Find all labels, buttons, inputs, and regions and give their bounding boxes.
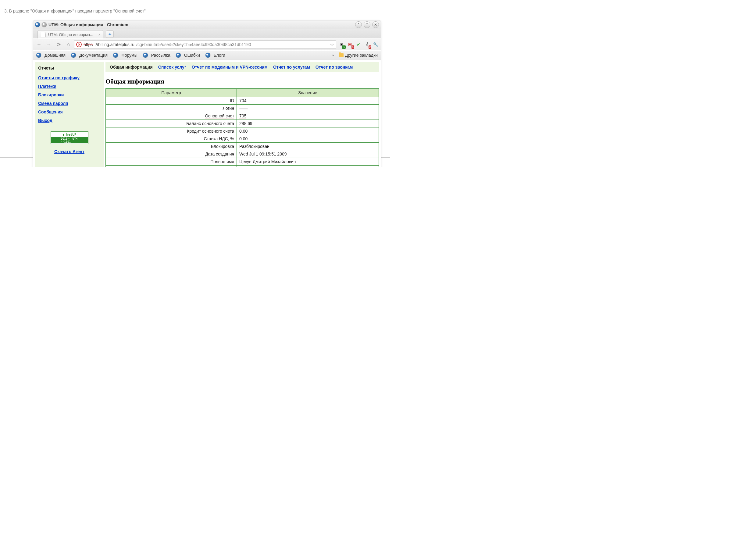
window-titlebar: UTM: Общая информация - Chromium ˅ ˄ ✕ bbox=[33, 20, 381, 29]
subnav-services[interactable]: Список услуг bbox=[158, 65, 186, 69]
section-title: Общая информация bbox=[105, 72, 379, 88]
weather-badge: -6 bbox=[342, 45, 346, 49]
window-minimize-button[interactable]: ˅ bbox=[355, 21, 362, 28]
netup-logo-top: ▮ NetUP bbox=[62, 133, 76, 137]
weather-ext-icon[interactable]: ☀-6 bbox=[338, 41, 345, 48]
bookmarks-bar: Домашняя Документация Форумы Рассылка Ош… bbox=[33, 50, 381, 60]
cell-param: Основной счет bbox=[106, 112, 237, 120]
table-row: ID704 bbox=[106, 97, 379, 105]
highlighted-value: 705 bbox=[239, 113, 246, 119]
cell-param: Баланс основного счета bbox=[106, 120, 237, 127]
cell-param: ID bbox=[106, 97, 237, 105]
sidebar-item-messages[interactable]: Сообщения bbox=[38, 108, 101, 116]
globe-icon bbox=[113, 53, 118, 58]
table-row: Баланс основного счета288.69 bbox=[106, 120, 379, 127]
cell-value: 288.69 bbox=[237, 120, 379, 127]
cell-param: Кредит основного счета bbox=[106, 127, 237, 135]
bookmark-home[interactable]: Домашняя bbox=[36, 53, 66, 58]
bookmark-mailing[interactable]: Рассылка bbox=[143, 53, 170, 58]
back-button[interactable]: ← bbox=[35, 41, 43, 48]
table-row: Логин—— bbox=[106, 105, 379, 112]
bookmark-label: Блоги bbox=[214, 53, 225, 58]
window-close-button[interactable]: ✕ bbox=[372, 21, 379, 28]
folder-icon bbox=[339, 53, 343, 57]
cell-value: Разблокирован bbox=[237, 143, 379, 150]
netup-logo: ▮ NetUP 0010·· UTM ··1101 bbox=[51, 131, 88, 144]
tab-strip: UTM: Общая информа... × ✦ bbox=[33, 29, 381, 38]
sidebar-item-exit[interactable]: Выход bbox=[38, 116, 101, 125]
music-badge: 2 bbox=[368, 45, 371, 49]
other-bookmarks-label: Другие закладки bbox=[345, 53, 378, 58]
address-bar[interactable]: ✕ https://billing.alfatelplus.ru/cgi-bin… bbox=[74, 40, 336, 49]
sidebar-item-payments[interactable]: Платежи bbox=[38, 82, 101, 91]
window-maximize-button[interactable]: ˄ bbox=[364, 21, 370, 28]
bookmarks-overflow-icon[interactable]: » bbox=[332, 53, 333, 57]
cell-param: Статус Интернета bbox=[106, 165, 237, 167]
blurred-login: —— bbox=[239, 106, 248, 111]
cell-value: 705 bbox=[237, 112, 379, 120]
bookmark-docs[interactable]: Документация bbox=[71, 53, 108, 58]
bookmark-label: Форумы bbox=[121, 53, 137, 58]
globe-gray-icon bbox=[42, 22, 47, 27]
home-button[interactable]: ⌂ bbox=[64, 41, 72, 48]
cell-param: Полное имя bbox=[106, 158, 237, 165]
reload-button[interactable]: ⟳ bbox=[55, 41, 62, 48]
globe-icon bbox=[36, 53, 41, 58]
cell-value: Wed Jul 1 09:15:51 2009 bbox=[237, 150, 379, 158]
tab-close-icon[interactable]: × bbox=[98, 32, 101, 37]
netup-logo-bottom: 0010·· UTM ··1101 bbox=[51, 137, 88, 143]
url-path: /cgi-bin/utm5/user5?skey=b54aee4c990da30… bbox=[136, 42, 251, 47]
bookmark-label: Рассылка bbox=[151, 53, 170, 58]
browser-tab[interactable]: UTM: Общая информа... × bbox=[37, 30, 103, 38]
new-tab-button[interactable]: ✦ bbox=[106, 30, 114, 38]
globe-icon bbox=[176, 53, 181, 58]
cell-value: 0.00 bbox=[237, 135, 379, 143]
download-agent-link[interactable]: Скачать Агент bbox=[38, 147, 101, 156]
cell-value: 0.00 bbox=[237, 127, 379, 135]
bookmark-label: Домашняя bbox=[44, 53, 66, 58]
subnav-vpn-report[interactable]: Отчет по модемным и VPN-сессиям bbox=[192, 65, 268, 69]
chromium-icon bbox=[35, 22, 40, 27]
certificate-warning-icon: ✕ bbox=[76, 42, 82, 47]
table-row: БлокировкаРазблокирован bbox=[106, 143, 379, 150]
subnav-active: Общая информация bbox=[110, 65, 153, 69]
sidebar-item-blocks[interactable]: Блокировки bbox=[38, 91, 101, 99]
bookmark-label: Ошибки bbox=[184, 53, 200, 58]
bookmark-label: Документация bbox=[79, 53, 108, 58]
cell-param: Логин bbox=[106, 105, 237, 112]
wrench-menu-icon[interactable]: 🔧 bbox=[372, 41, 379, 48]
th-value: Значение bbox=[237, 89, 379, 97]
general-info-table: Параметр Значение ID704Логин——Основной с… bbox=[105, 88, 379, 167]
table-row: Статус ИнтернетаВключен Выключить bbox=[106, 165, 379, 167]
window-title: UTM: Общая информация - Chromium bbox=[48, 22, 128, 27]
bookmark-star-icon[interactable]: ☆ bbox=[330, 42, 334, 48]
sidebar-item-password[interactable]: Смена пароля bbox=[38, 99, 101, 108]
cell-value: —— bbox=[237, 105, 379, 112]
bookmark-errors[interactable]: Ошибки bbox=[176, 53, 200, 58]
other-bookmarks[interactable]: Другие закладки bbox=[339, 53, 378, 58]
bookmark-forums[interactable]: Форумы bbox=[113, 53, 137, 58]
sidebar-item-traffic[interactable]: Отчеты по трафику bbox=[38, 73, 101, 82]
sidebar-heading: Отчеты bbox=[38, 64, 101, 73]
subnav-service-report[interactable]: Отчет по услугам bbox=[273, 65, 310, 69]
music-ext-icon[interactable]: 𝄞2 bbox=[364, 41, 370, 48]
table-row: Дата созданияWed Jul 1 09:15:51 2009 bbox=[106, 150, 379, 158]
table-row: Ставка НДС, %0.00 bbox=[106, 135, 379, 143]
check-ext-icon[interactable]: ✔ bbox=[355, 41, 362, 48]
bookmark-blogs[interactable]: Блоги bbox=[205, 53, 225, 58]
url-host: ://billing.alfatelplus.ru bbox=[94, 42, 134, 47]
globe-icon bbox=[205, 53, 210, 58]
table-row: Кредит основного счета0.00 bbox=[106, 127, 379, 135]
cell-param: Дата создания bbox=[106, 150, 237, 158]
forward-button[interactable]: → bbox=[45, 41, 53, 48]
subnav-call-report[interactable]: Отчет по звонкам bbox=[315, 65, 353, 69]
cell-value: Цевун Дмитрий Михайлович bbox=[237, 158, 379, 165]
gmail-ext-icon[interactable]: M1 bbox=[346, 41, 353, 48]
sidebar: Отчеты Отчеты по трафику Платежи Блокиро… bbox=[35, 62, 104, 167]
globe-icon bbox=[71, 53, 76, 58]
sub-navigation: Общая информация Список услуг Отчет по м… bbox=[105, 62, 379, 72]
gmail-badge: 1 bbox=[351, 45, 354, 49]
main-content: Общая информация Список услуг Отчет по м… bbox=[104, 62, 379, 167]
table-row: Основной счет705 bbox=[106, 112, 379, 120]
highlighted-param: Основной счет bbox=[205, 113, 234, 119]
